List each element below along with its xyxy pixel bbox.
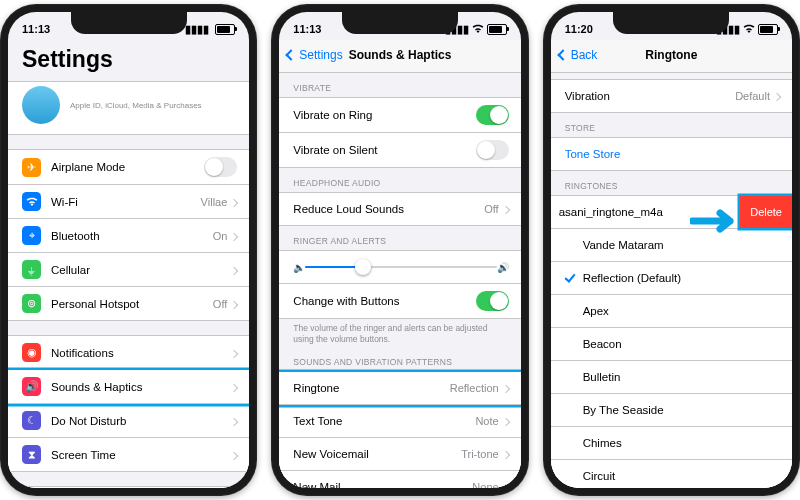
back-label: Back [571, 48, 598, 62]
vibrate-silent-row[interactable]: Vibrate on Silent [279, 133, 520, 167]
list-ringer: 🔈 🔊 Change with Buttons [279, 250, 520, 319]
wifi-icon [743, 23, 755, 35]
status-time: 11:20 [565, 23, 593, 35]
tone-store-row[interactable]: Tone Store [551, 138, 792, 170]
section-store: Store [551, 113, 792, 137]
chevron-left-icon [559, 48, 569, 62]
wifi-value: Villae [201, 196, 228, 208]
bluetooth-row[interactable]: ⌖ Bluetooth On [8, 219, 249, 253]
back-button[interactable]: Back [559, 48, 598, 62]
newmail-row[interactable]: New MailNone [279, 471, 520, 488]
ringtone-item[interactable]: Beacon [551, 328, 792, 361]
bluetooth-value: On [213, 230, 228, 242]
settings-group-connectivity: ✈ Airplane Mode Wi-Fi Villae ⌖ Bluetooth… [8, 149, 249, 321]
cellular-row[interactable]: ⏚ Cellular [8, 253, 249, 287]
ringtone-item[interactable]: Bulletin [551, 361, 792, 394]
screentime-icon: ⧗ [22, 445, 41, 464]
profile-subtitle: Apple ID, iCloud, Media & Purchases [70, 101, 202, 110]
screen: 11:13 ▮▮▮▮ Settings Sounds & Haptics Vib… [279, 12, 520, 488]
list-store: Tone Store [551, 137, 792, 171]
airplane-mode-row[interactable]: ✈ Airplane Mode [8, 150, 249, 185]
texttone-row[interactable]: Text ToneNote [279, 405, 520, 438]
volume-slider[interactable] [305, 266, 496, 268]
back-label: Settings [299, 48, 342, 62]
ringtone-item[interactable]: By The Seaside [551, 394, 792, 427]
notifications-icon: ◉ [22, 343, 41, 362]
hotspot-label: Personal Hotspot [51, 298, 213, 310]
section-headphone: Headphone Audio [279, 168, 520, 192]
volume-slider-row[interactable]: 🔈 🔊 [279, 251, 520, 284]
chevron-right-icon [231, 347, 237, 359]
vibrate-ring-label: Vibrate on Ring [293, 109, 475, 121]
reduce-loud-label: Reduce Loud Sounds [293, 203, 484, 215]
sounds-haptics-row[interactable]: 🔊 Sounds & Haptics [8, 370, 249, 404]
delete-button[interactable]: Delete [740, 196, 792, 228]
bluetooth-label: Bluetooth [51, 230, 213, 242]
ringtone-value: Reflection [450, 382, 499, 394]
wifi-row[interactable]: Wi-Fi Villae [8, 185, 249, 219]
vibration-label: Vibration [565, 90, 735, 102]
vibrate-ring-row[interactable]: Vibrate on Ring [279, 98, 520, 133]
back-button[interactable]: Settings [287, 48, 342, 62]
dnd-row[interactable]: ☾ Do Not Disturb [8, 404, 249, 438]
general-row[interactable]: ⚙ General [8, 487, 249, 488]
airplane-toggle[interactable] [204, 157, 237, 177]
ringtone-name: Reflection (Default) [583, 272, 780, 284]
newmail-label: New Mail [293, 481, 472, 488]
device-notch [71, 12, 187, 34]
cellular-icon: ⏚ [22, 260, 41, 279]
ringtone-name: By The Seaside [583, 404, 780, 416]
chevron-right-icon [231, 415, 237, 427]
vibration-row[interactable]: VibrationDefault [551, 80, 792, 112]
screen: 11:13 ▮▮▮▮ Settings Apple ID, iCloud, Me… [8, 12, 249, 488]
wifi-icon [472, 23, 484, 35]
chevron-right-icon [231, 449, 237, 461]
change-buttons-row[interactable]: Change with Buttons [279, 284, 520, 318]
vibrate-silent-toggle[interactable] [476, 140, 509, 160]
texttone-value: Note [475, 415, 498, 427]
battery-icon [487, 24, 507, 35]
list-patterns: RingtoneReflection Text ToneNote New Voi… [279, 371, 520, 488]
ringtone-name: Vande Mataram [583, 239, 780, 251]
ringtone-item[interactable]: Reflection (Default) [551, 262, 792, 295]
status-time: 11:13 [293, 23, 321, 35]
chevron-right-icon [503, 203, 509, 215]
status-indicators: ▮▮▮▮ [185, 23, 235, 36]
reduce-loud-row[interactable]: Reduce Loud SoundsOff [279, 193, 520, 225]
list-ringtones: asani_ringtone_m4a Delete Vande MataramR… [551, 195, 792, 488]
settings-group-attention: ◉ Notifications 🔊 Sounds & Haptics ☾ Do … [8, 335, 249, 472]
chevron-right-icon [503, 415, 509, 427]
ringtone-row[interactable]: RingtoneReflection [279, 372, 520, 405]
ringtone-item[interactable]: Circuit [551, 460, 792, 488]
phone-settings-main: 11:13 ▮▮▮▮ Settings Apple ID, iCloud, Me… [0, 4, 257, 496]
voicemail-value: Tri-tone [461, 448, 499, 460]
chevron-right-icon [503, 382, 509, 394]
custom-ringtone-row[interactable]: asani_ringtone_m4a Delete [551, 196, 792, 229]
section-ringtones: Ringtones [551, 171, 792, 195]
vibrate-ring-toggle[interactable] [476, 105, 509, 125]
voicemail-row[interactable]: New VoicemailTri-tone [279, 438, 520, 471]
sounds-icon: 🔊 [22, 377, 41, 396]
change-buttons-toggle[interactable] [476, 291, 509, 311]
screentime-row[interactable]: ⧗ Screen Time [8, 438, 249, 471]
ringtone-item[interactable]: Chimes [551, 427, 792, 460]
ringtone-name: Beacon [583, 338, 780, 350]
hotspot-value: Off [213, 298, 227, 310]
tone-store-label: Tone Store [565, 148, 780, 160]
phone-sounds-haptics: 11:13 ▮▮▮▮ Settings Sounds & Haptics Vib… [271, 4, 528, 496]
ringtone-item[interactable]: Apex [551, 295, 792, 328]
page-title: Settings [8, 40, 249, 81]
newmail-value: None [472, 481, 498, 488]
notifications-row[interactable]: ◉ Notifications [8, 336, 249, 370]
navbar: Settings Sounds & Haptics [279, 40, 520, 73]
apple-id-row[interactable]: Apple ID, iCloud, Media & Purchases [8, 81, 249, 135]
dnd-label: Do Not Disturb [51, 415, 231, 427]
chevron-right-icon [231, 196, 237, 208]
screen: 11:20 ▮▮▮▮ Back Ringtone VibrationDefaul… [551, 12, 792, 488]
hotspot-row[interactable]: ⊚ Personal Hotspot Off [8, 287, 249, 320]
check-icon [565, 272, 583, 284]
screentime-label: Screen Time [51, 449, 231, 461]
ringtone-item[interactable]: Vande Mataram [551, 229, 792, 262]
speaker-low-icon: 🔈 [293, 262, 305, 273]
wifi-icon [22, 192, 41, 211]
